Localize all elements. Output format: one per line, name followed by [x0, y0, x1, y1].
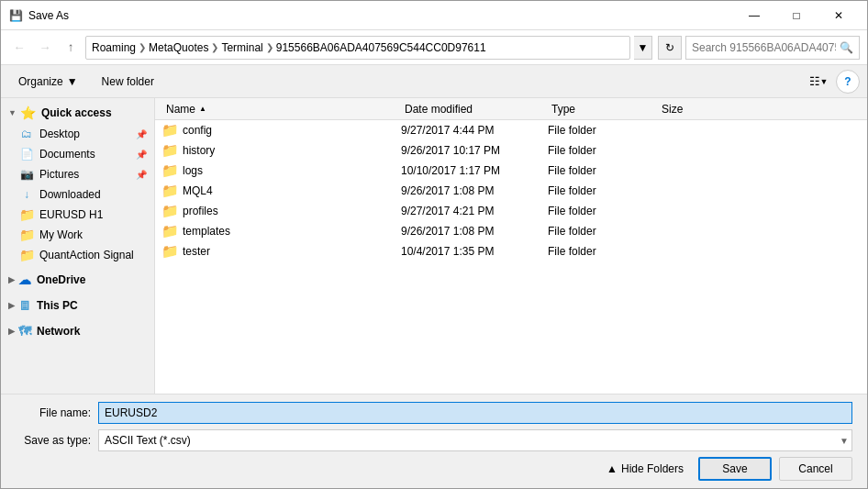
saveas-select[interactable]: ASCII Text (*.csv)	[98, 429, 852, 451]
sidebar-item-pictures[interactable]: 📷 Pictures 📌	[1, 164, 154, 184]
sidebar-group-thispc: ▶ 🗏 This PC	[1, 295, 154, 317]
forward-button[interactable]: →	[34, 37, 56, 59]
sidebar-label-onedrive: OneDrive	[37, 273, 85, 286]
table-row[interactable]: 📁 history 9/26/2017 10:17 PM File folder	[155, 140, 867, 161]
table-row[interactable]: 📁 logs 10/10/2017 1:17 PM File folder	[155, 161, 867, 181]
col-header-type[interactable]: Type	[548, 98, 658, 119]
folder-icon: 📁	[162, 183, 177, 198]
path-arrow-0: ❯	[139, 42, 146, 52]
folder-icon: 📁	[162, 204, 177, 218]
hide-folders-chevron-icon: ▲	[606, 462, 618, 475]
sidebar-group-quick-access: ▼ ⭐ Quick access 🗂 Desktop 📌 📄 Documents…	[1, 102, 154, 265]
file-rows-container: 📁 config 9/27/2017 4:44 PM File folder 📁…	[155, 120, 867, 261]
downloaded-icon: ↓	[19, 187, 34, 202]
table-row[interactable]: 📁 config 9/27/2017 4:44 PM File folder	[155, 120, 867, 140]
table-row[interactable]: 📁 profiles 9/27/2017 4:21 PM File folder	[155, 201, 867, 221]
minimize-button[interactable]: —	[733, 1, 775, 30]
folder-icon: 📁	[162, 143, 177, 158]
sidebar-header-quick-access[interactable]: ▼ ⭐ Quick access	[1, 102, 154, 124]
filename-row: File name:	[16, 402, 852, 424]
search-input[interactable]	[692, 41, 836, 54]
organize-label: Organize	[18, 75, 63, 88]
table-row[interactable]: 📁 templates 9/26/2017 1:08 PM File folde…	[155, 221, 867, 241]
sidebar-label-mywork: My Work	[39, 228, 83, 241]
sidebar-item-mywork[interactable]: 📁 My Work	[1, 225, 154, 245]
view-icon: ☷	[809, 74, 820, 88]
bottom-panel: File name: Save as type: ASCII Text (*.c…	[1, 394, 867, 488]
cell-name: profiles	[183, 205, 218, 217]
cell-date: 9/26/2017 10:17 PM	[401, 144, 548, 157]
refresh-button[interactable]: ↻	[658, 36, 682, 60]
title-bar: 💾 Save As — □ ✕	[1, 1, 867, 30]
path-arrow-1: ❯	[211, 42, 218, 52]
onedrive-chevron-icon: ▶	[8, 275, 15, 284]
hide-folders-label: Hide Folders	[621, 462, 684, 475]
sidebar-label-documents: Documents	[39, 148, 95, 161]
sidebar-label-desktop: Desktop	[39, 128, 80, 140]
sidebar-group-network: ▶ 🗺 Network	[1, 320, 154, 342]
sidebar-item-desktop[interactable]: 🗂 Desktop 📌	[1, 124, 154, 144]
col-header-size[interactable]: Size	[658, 98, 731, 119]
view-chevron-icon: ▼	[820, 77, 829, 86]
cell-type: File folder	[548, 184, 658, 197]
cell-date: 9/27/2017 4:21 PM	[401, 205, 548, 217]
help-button[interactable]: ?	[836, 70, 860, 94]
address-path[interactable]: Roaming ❯ MetaQuotes ❯ Terminal ❯ 915566…	[85, 36, 630, 60]
new-folder-label: New folder	[102, 75, 154, 88]
cancel-button[interactable]: Cancel	[779, 457, 852, 481]
sidebar-item-quantaction[interactable]: 📁 QuantAction Signal	[1, 245, 154, 265]
cell-type: File folder	[548, 144, 658, 157]
address-bar: ← → ↑ Roaming ❯ MetaQuotes ❯ Terminal ❯ …	[1, 30, 867, 65]
save-button[interactable]: Save	[698, 457, 772, 481]
sidebar-label-downloaded: Downloaded	[39, 188, 101, 201]
sidebar-item-thispc[interactable]: ▶ 🗏 This PC	[1, 295, 154, 317]
maximize-button[interactable]: □	[775, 1, 818, 30]
col-header-name[interactable]: Name ▲	[162, 98, 401, 119]
cell-name: history	[183, 144, 215, 157]
new-folder-button[interactable]: New folder	[92, 70, 164, 94]
search-box[interactable]: 🔍	[685, 36, 860, 60]
close-button[interactable]: ✕	[818, 1, 860, 30]
sidebar-group-onedrive: ▶ ☁ OneDrive	[1, 269, 154, 291]
table-row[interactable]: 📁 tester 10/4/2017 1:35 PM File folder	[155, 241, 867, 261]
cell-date: 10/4/2017 1:35 PM	[401, 245, 548, 258]
organize-button[interactable]: Organize ▼	[8, 70, 88, 94]
filename-input[interactable]	[98, 402, 852, 424]
sidebar-item-downloaded[interactable]: ↓ Downloaded	[1, 184, 154, 205]
up-button[interactable]: ↑	[60, 37, 82, 59]
path-segment-3: 915566BA06ADA407569C544CC0D97611	[276, 41, 486, 54]
folder-icon: 📁	[162, 244, 177, 259]
path-segment-1: MetaQuotes	[149, 41, 208, 54]
cell-type: File folder	[548, 245, 658, 258]
saveas-label: Save as type:	[16, 434, 98, 447]
address-dropdown[interactable]: ▼	[634, 36, 652, 60]
cell-type: File folder	[548, 225, 658, 238]
toolbar: Organize ▼ New folder ☷ ▼ ?	[1, 65, 867, 98]
dialog-title: Save As	[28, 9, 733, 22]
quick-access-chevron-icon: ▼	[8, 108, 17, 117]
thispc-chevron-icon: ▶	[8, 301, 15, 310]
sidebar-item-onedrive[interactable]: ▶ ☁ OneDrive	[1, 269, 154, 291]
eurusd-folder-icon: 📁	[19, 207, 34, 222]
hide-folders-button[interactable]: ▲ Hide Folders	[599, 459, 691, 479]
search-icon: 🔍	[840, 41, 853, 54]
file-list-header: Name ▲ Date modified Type Size	[155, 98, 867, 120]
sort-arrow-icon: ▲	[199, 105, 206, 113]
table-row[interactable]: 📁 MQL4 9/26/2017 1:08 PM File folder	[155, 181, 867, 201]
thispc-icon: 🗏	[18, 298, 31, 313]
cell-date: 9/27/2017 4:44 PM	[401, 124, 548, 137]
filename-label: File name:	[16, 406, 98, 419]
back-button[interactable]: ←	[8, 37, 30, 59]
sidebar-item-network[interactable]: ▶ 🗺 Network	[1, 320, 154, 342]
path-segment-0: Roaming	[92, 41, 136, 54]
col-header-date[interactable]: Date modified	[401, 98, 548, 119]
path-arrow-2: ❯	[266, 42, 273, 52]
view-button[interactable]: ☷ ▼	[805, 70, 832, 94]
cell-name: config	[183, 124, 212, 137]
cell-date: 9/26/2017 1:08 PM	[401, 184, 548, 197]
sidebar-item-eurusd[interactable]: 📁 EURUSD H1	[1, 205, 154, 225]
sidebar-item-documents[interactable]: 📄 Documents 📌	[1, 144, 154, 164]
documents-icon: 📄	[19, 147, 34, 161]
network-chevron-icon: ▶	[8, 327, 15, 336]
sidebar: ▼ ⭐ Quick access 🗂 Desktop 📌 📄 Documents…	[1, 98, 155, 394]
